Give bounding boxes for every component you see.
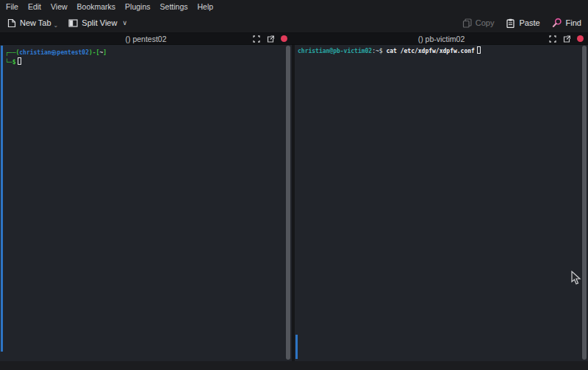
prompt-frame-close: ] bbox=[103, 49, 107, 56]
find-label: Find bbox=[566, 18, 581, 27]
paste-icon bbox=[506, 18, 515, 28]
find-icon bbox=[552, 18, 562, 28]
prompt-user-host: christian㉿pentest02 bbox=[19, 49, 89, 56]
menu-bookmarks[interactable]: Bookmarks bbox=[77, 2, 116, 11]
terminal-cursor bbox=[477, 46, 481, 54]
pane-header-pb-victim02[interactable]: () pb-victim02 bbox=[295, 33, 588, 44]
scrollbar-thumb[interactable] bbox=[286, 46, 290, 360]
new-tab-dropdown-caret[interactable]: ⌄ bbox=[54, 24, 59, 28]
konsole-window: File Edit View Bookmarks Plugins Setting… bbox=[0, 0, 588, 370]
mouse-cursor bbox=[571, 271, 581, 285]
scrollbar-thumb[interactable] bbox=[582, 46, 587, 360]
typed-command: cat /etc/xdpfw/xdpfw.conf bbox=[386, 48, 474, 54]
terminal-cursor bbox=[18, 57, 21, 65]
pane-header-bar: () pentest02 () pb-victim02 bbox=[0, 33, 588, 45]
menu-help[interactable]: Help bbox=[198, 2, 214, 11]
terminal-pane-pentest02[interactable]: ┌──(christian㉿pentest02)-[~] └─$ bbox=[0, 45, 292, 361]
prompt-frame-open: ┌──( bbox=[5, 49, 19, 56]
terminal-output-pb-victim02: christian@pb-victim02:~$ cat /etc/xdpfw/… bbox=[295, 45, 588, 56]
new-tab-button[interactable]: New Tab ⌄ bbox=[7, 18, 58, 28]
menu-bar: File Edit View Bookmarks Plugins Setting… bbox=[0, 0, 588, 13]
detach-view-icon[interactable] bbox=[563, 35, 570, 43]
close-view-button[interactable] bbox=[281, 35, 287, 42]
paste-button[interactable]: Paste bbox=[506, 18, 539, 28]
scroll-highlight-indicator bbox=[1, 46, 3, 352]
scrollbar[interactable] bbox=[284, 45, 292, 361]
find-button[interactable]: Find bbox=[552, 18, 581, 28]
prompt-frame-mid: )-[ bbox=[89, 49, 99, 56]
split-view-icon bbox=[68, 18, 78, 28]
prompt-line2: └─$ bbox=[5, 59, 15, 65]
maximize-view-icon[interactable] bbox=[253, 35, 260, 43]
menu-edit[interactable]: Edit bbox=[28, 2, 41, 11]
prompt-suffix: :~$ bbox=[372, 48, 382, 54]
new-tab-label: New Tab bbox=[20, 18, 51, 27]
window-bottom-strip bbox=[0, 361, 588, 370]
copy-label: Copy bbox=[476, 18, 495, 27]
close-view-button[interactable] bbox=[577, 35, 584, 42]
terminal-output-pentest02: ┌──(christian㉿pentest02)-[~] └─$ bbox=[0, 45, 292, 67]
new-tab-icon bbox=[7, 18, 16, 28]
maximize-view-icon[interactable] bbox=[549, 35, 556, 43]
detach-view-icon[interactable] bbox=[267, 35, 274, 43]
scroll-highlight-indicator bbox=[295, 335, 298, 359]
toolbar: New Tab ⌄ Split View ∨ bbox=[0, 13, 588, 33]
menu-settings[interactable]: Settings bbox=[160, 2, 188, 11]
scrollbar[interactable] bbox=[581, 45, 588, 361]
copy-icon bbox=[462, 18, 472, 28]
split-terminal-area: ┌──(christian㉿pentest02)-[~] └─$ christi… bbox=[0, 45, 588, 361]
menu-plugins[interactable]: Plugins bbox=[125, 2, 150, 11]
terminal-pane-pb-victim02[interactable]: christian@pb-victim02:~$ cat /etc/xdpfw/… bbox=[295, 45, 588, 361]
copy-button[interactable]: Copy bbox=[462, 18, 495, 28]
chevron-down-icon: ∨ bbox=[122, 19, 127, 26]
split-view-label: Split View bbox=[82, 18, 117, 27]
menu-view[interactable]: View bbox=[51, 2, 68, 11]
pane-title-pb-victim02: () pb-victim02 bbox=[418, 35, 465, 43]
paste-label: Paste bbox=[519, 18, 539, 27]
split-view-button[interactable]: Split View ∨ bbox=[68, 18, 127, 28]
pane-header-pentest02[interactable]: () pentest02 bbox=[0, 33, 292, 44]
pane-title-pentest02: () pentest02 bbox=[125, 35, 166, 43]
prompt-user-host: christian@pb-victim02 bbox=[298, 48, 372, 54]
menu-file[interactable]: File bbox=[6, 2, 18, 11]
